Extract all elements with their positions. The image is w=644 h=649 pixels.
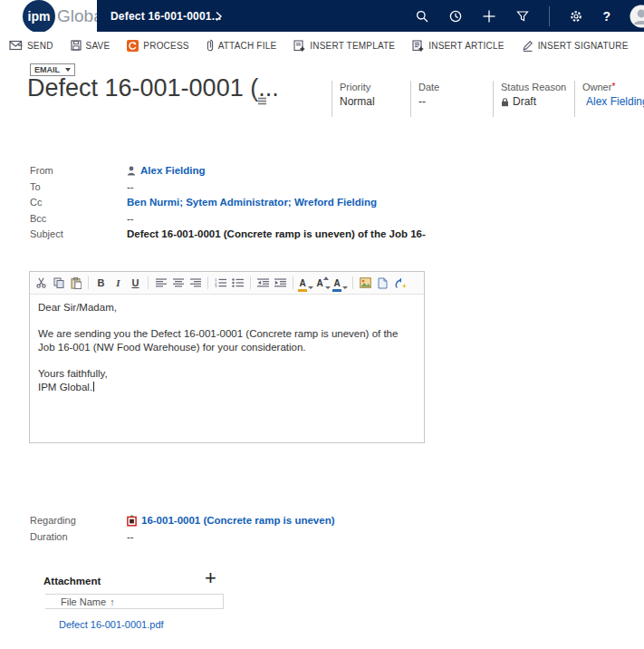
duration-value: -- bbox=[127, 531, 134, 542]
subject-value: Defect 16-001-0001 (Concrete ramp is une… bbox=[127, 228, 426, 239]
attach-file-button[interactable]: ATTACH FILE bbox=[207, 39, 277, 52]
copy-icon[interactable] bbox=[51, 274, 66, 292]
recently-viewed-icon[interactable] bbox=[448, 9, 463, 24]
breadcrumb[interactable]: Defect 16-001-0001... bbox=[111, 0, 221, 32]
breadcrumb-chevron-icon[interactable] bbox=[215, 0, 223, 32]
header-field-status-reason: Status Reason Draft bbox=[493, 81, 574, 117]
email-form-page: ipm Global Defect 16-001-0001... ? bbox=[0, 0, 644, 649]
align-center-icon[interactable] bbox=[170, 274, 186, 292]
insert-article-button[interactable]: INSERT ARTICLE bbox=[412, 40, 504, 52]
numbered-list-icon[interactable]: 123 bbox=[213, 274, 228, 292]
bold-button[interactable]: B bbox=[93, 274, 109, 292]
navbar-divider bbox=[549, 6, 550, 26]
related-menu-icon[interactable] bbox=[254, 94, 267, 111]
avatar[interactable] bbox=[630, 5, 644, 28]
table-row: Defect 16-001-0001.pdf bbox=[45, 619, 224, 630]
body-greeting: Dear Sir/Madam, bbox=[38, 301, 416, 315]
field-row-bcc[interactable]: Bcc -- bbox=[30, 211, 628, 226]
cc-value-link[interactable]: Ben Nurmi; Sytem Administrator; Wreford … bbox=[127, 197, 377, 208]
save-icon bbox=[71, 40, 82, 51]
underline-button[interactable]: U bbox=[128, 274, 143, 292]
chevron-down-icon bbox=[65, 68, 71, 72]
cut-icon[interactable] bbox=[34, 274, 49, 292]
owner-link[interactable]: Alex Fielding bbox=[586, 93, 644, 110]
add-attachment-button[interactable]: + bbox=[205, 568, 216, 588]
indent-icon[interactable] bbox=[273, 274, 288, 292]
body-closing: Yours faithfully, bbox=[38, 367, 416, 381]
align-left-icon[interactable] bbox=[153, 274, 168, 292]
insert-signature-button[interactable]: INSERT SIGNATURE bbox=[522, 40, 629, 52]
process-orange-icon bbox=[127, 40, 139, 52]
ipm-logo-circle: ipm bbox=[23, 0, 55, 32]
help-icon[interactable]: ? bbox=[602, 9, 610, 24]
insert-article-icon bbox=[412, 40, 424, 52]
email-body-editor[interactable]: B I U 123 bbox=[29, 271, 425, 443]
quick-create-icon[interactable] bbox=[482, 9, 496, 24]
attachment-column-header[interactable]: File Name ↑ bbox=[45, 594, 224, 609]
font-size-picker[interactable]: A bbox=[315, 274, 331, 292]
attachment-file-link[interactable]: Defect 16-001-0001.pdf bbox=[59, 619, 164, 630]
insert-document-icon[interactable] bbox=[375, 274, 390, 292]
editor-toolbar: B I U 123 bbox=[30, 272, 424, 295]
highlight-color-picker[interactable]: A bbox=[298, 274, 313, 292]
send-button[interactable]: SEND bbox=[9, 40, 53, 51]
logo-text: Global bbox=[57, 6, 97, 26]
insert-template-icon bbox=[293, 40, 305, 52]
outdent-icon[interactable] bbox=[255, 274, 271, 292]
save-button[interactable]: SAVE bbox=[71, 40, 111, 51]
insert-template-button[interactable]: INSERT TEMPLATE bbox=[293, 40, 395, 52]
insert-signature-icon bbox=[522, 40, 533, 52]
settings-gear-icon[interactable] bbox=[569, 9, 583, 24]
attachment-section-title: Attachment bbox=[43, 576, 101, 586]
field-row-from: From Alex Fielding bbox=[30, 163, 628, 178]
insert-image-icon[interactable] bbox=[358, 274, 373, 292]
search-icon[interactable] bbox=[415, 9, 429, 24]
attachment-table: File Name ↑ Defect 16-001-0001.pdf bbox=[45, 594, 224, 630]
italic-button[interactable]: I bbox=[111, 274, 126, 292]
bcc-value: -- bbox=[127, 213, 134, 224]
field-row-subject[interactable]: Subject Defect 16-001-0001 (Concrete ram… bbox=[30, 227, 628, 241]
header-field-priority[interactable]: Priority Normal bbox=[332, 81, 410, 117]
header-field-owner[interactable]: Owner* Alex Fielding bbox=[574, 81, 644, 117]
align-right-icon[interactable] bbox=[187, 274, 203, 292]
filter-icon[interactable] bbox=[515, 9, 530, 24]
body-paragraph: We are sending you the Defect 16-001-000… bbox=[38, 327, 416, 354]
person-icon bbox=[127, 166, 136, 176]
regarding-value-link[interactable]: 16-001-0001 (Concrete ramp is uneven) bbox=[141, 515, 334, 526]
page-title: Defect 16-001-0001 (... bbox=[27, 74, 279, 102]
email-body-text[interactable]: Dear Sir/Madam, We are sending you the D… bbox=[30, 295, 424, 401]
format-magic-icon[interactable] bbox=[392, 274, 408, 292]
bullet-list-icon[interactable] bbox=[230, 274, 245, 292]
field-row-regarding: Regarding 16-001-0001 (Concrete ramp is … bbox=[30, 513, 628, 528]
to-value: -- bbox=[127, 181, 134, 192]
sort-ascending-icon: ↑ bbox=[110, 596, 115, 607]
text-cursor bbox=[93, 382, 94, 392]
attach-file-icon bbox=[207, 39, 214, 52]
top-navbar: ipm Global Defect 16-001-0001... ? bbox=[0, 0, 644, 32]
svg-text:3: 3 bbox=[215, 284, 217, 287]
app-logo[interactable]: ipm Global bbox=[0, 0, 97, 32]
field-row-duration[interactable]: Duration -- bbox=[30, 529, 628, 544]
required-indicator: * bbox=[611, 82, 615, 92]
lock-icon bbox=[501, 97, 509, 107]
body-signature: IPM Global. bbox=[38, 381, 416, 394]
paste-icon[interactable] bbox=[68, 274, 83, 292]
field-row-to[interactable]: To -- bbox=[30, 179, 628, 194]
process-button[interactable]: PROCESS bbox=[127, 40, 188, 52]
font-color-picker[interactable]: A bbox=[332, 274, 348, 292]
header-field-date[interactable]: Date -- bbox=[410, 81, 493, 117]
field-row-cc: Cc Ben Nurmi; Sytem Administrator; Wrefo… bbox=[30, 195, 628, 209]
from-value-link[interactable]: Alex Fielding bbox=[140, 165, 206, 176]
send-icon bbox=[9, 40, 23, 51]
command-bar: SEND SAVE PROCESS ATTACH FILE INSERT TEM… bbox=[0, 32, 644, 59]
defect-record-icon bbox=[127, 515, 137, 527]
